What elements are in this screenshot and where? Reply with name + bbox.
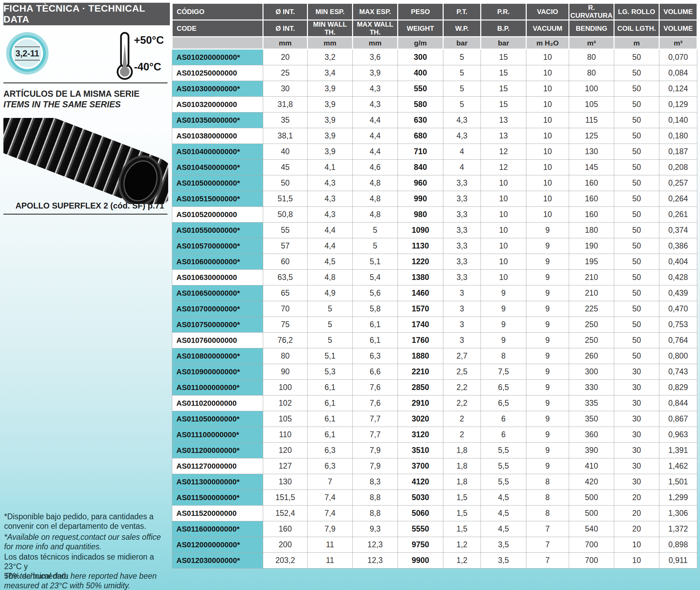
cell-inner-diameter: 90 <box>263 364 308 380</box>
cell-max-wall-thickness: 4,8 <box>353 191 398 207</box>
cell-coil-length: 50 <box>614 65 659 81</box>
cell-coil-length: 50 <box>614 285 659 301</box>
cell-vacuum: 9 <box>526 285 569 301</box>
cell-burst-pressure: 12 <box>481 144 526 160</box>
header-row-en: CODE Ø INT. MIN WALL TH. MAX WALL TH. WE… <box>172 20 697 37</box>
cell-vacuum: 9 <box>526 270 569 285</box>
cell-inner-diameter: 35 <box>263 112 308 128</box>
cell-volume: 0,070 <box>659 49 697 65</box>
header-pt: P.T. <box>443 3 481 20</box>
table-row: AS010300000000*303,94,355051510100500,12… <box>172 81 697 97</box>
cell-burst-pressure: 15 <box>481 97 526 112</box>
product-code-cell: AS010400000000* <box>172 144 263 160</box>
cell-bending-radius: 335 <box>569 395 614 411</box>
cell-max-wall-thickness: 4,6 <box>353 160 398 175</box>
cell-vacuum: 9 <box>526 364 569 380</box>
table-row: AS01052000000050,84,34,89803,31010160500… <box>172 207 697 223</box>
unit-code <box>172 37 263 49</box>
badge-ring: 3,2-11 <box>9 35 46 72</box>
cell-inner-diameter: 63,5 <box>263 270 308 285</box>
cell-vacuum: 8 <box>526 490 569 506</box>
same-series-title-es: ARTÍCULOS DE LA MISMA SERIE <box>3 89 139 99</box>
cell-volume: 0,867 <box>659 411 697 427</box>
cell-vacuum: 9 <box>526 411 569 427</box>
product-code-cell: AS010200000000* <box>172 49 263 65</box>
cell-bending-radius: 160 <box>569 175 614 191</box>
cell-max-wall-thickness: 6,6 <box>353 364 398 380</box>
cell-bending-radius: 210 <box>569 270 614 285</box>
cell-min-wall-thickness: 7,9 <box>308 521 353 537</box>
cell-burst-pressure: 6,5 <box>481 395 526 411</box>
cell-min-wall-thickness: 6,1 <box>308 395 353 411</box>
header-o-int-es: Ø INT. <box>263 3 308 20</box>
cell-coil-length: 30 <box>614 458 659 474</box>
product-code-cell: AS010520000000 <box>172 207 263 223</box>
cell-volume: 1,462 <box>659 458 697 474</box>
cell-bending-radius: 540 <box>569 521 614 537</box>
cell-weight: 2210 <box>398 364 443 380</box>
table-row: AS011520000000152,47,48,850601,54,585002… <box>172 506 697 521</box>
cell-bending-radius: 160 <box>569 207 614 223</box>
cell-volume: 1,372 <box>659 521 697 537</box>
table-row: AS0112700000001276,37,937001,85,59410301… <box>172 458 697 474</box>
cell-bending-radius: 250 <box>569 333 614 348</box>
cell-weight: 1090 <box>398 223 443 238</box>
cell-weight: 5060 <box>398 506 443 521</box>
cell-vacuum: 7 <box>526 521 569 537</box>
cell-min-wall-thickness: 11 <box>308 537 353 553</box>
cell-max-wall-thickness: 5 <box>353 238 398 254</box>
cell-vacuum: 9 <box>526 395 569 411</box>
cell-vacuum: 9 <box>526 443 569 458</box>
cell-min-wall-thickness: 3,9 <box>308 81 353 97</box>
cell-min-wall-thickness: 7,4 <box>308 490 353 506</box>
cell-volume: 0,404 <box>659 254 697 270</box>
cell-weight: 3020 <box>398 411 443 427</box>
cell-working-pressure: 2 <box>443 427 481 443</box>
cell-coil-length: 50 <box>614 128 659 144</box>
cell-max-wall-thickness: 7,7 <box>353 427 398 443</box>
product-code-cell: AS010450000000* <box>172 160 263 175</box>
table-row: AS0110200000001026,17,629102,26,59335300… <box>172 395 697 411</box>
cell-inner-diameter: 60 <box>263 254 308 270</box>
cell-bending-radius: 80 <box>569 49 614 65</box>
cell-inner-diameter: 45 <box>263 160 308 175</box>
cell-burst-pressure: 9 <box>481 301 526 317</box>
units-row: mm mm mm g/m bar bar m H₂O m³ m m³ <box>172 37 697 49</box>
table-row: AS010450000000*454,14,684041210145500,20… <box>172 160 697 175</box>
cell-volume: 0,753 <box>659 317 697 333</box>
cell-volume: 0,264 <box>659 191 697 207</box>
header-vacuum: VACUUM <box>526 20 569 37</box>
cell-coil-length: 30 <box>614 380 659 395</box>
table-row: AS010250000000253,43,94005151080500,084 <box>172 65 697 81</box>
cell-burst-pressure: 13 <box>481 112 526 128</box>
cell-working-pressure: 5 <box>443 81 481 97</box>
cell-volume: 0,084 <box>659 65 697 81</box>
cell-working-pressure: 3 <box>443 301 481 317</box>
product-code-cell: AS010700000000* <box>172 301 263 317</box>
cell-max-wall-thickness: 6,3 <box>353 348 398 364</box>
cell-vacuum: 9 <box>526 301 569 317</box>
page-title: FICHA TÈCNICA · TECHNICAL DATA <box>3 3 170 25</box>
cell-bending-radius: 420 <box>569 474 614 490</box>
cell-coil-length: 50 <box>614 112 659 128</box>
cell-working-pressure: 5 <box>443 65 481 81</box>
cell-inner-diameter: 120 <box>263 443 308 458</box>
cell-min-wall-thickness: 4,5 <box>308 254 353 270</box>
cell-weight: 680 <box>398 128 443 144</box>
cell-volume: 0,963 <box>659 427 697 443</box>
cell-min-wall-thickness: 6,3 <box>308 443 353 458</box>
cell-burst-pressure: 10 <box>481 254 526 270</box>
cell-burst-pressure: 8 <box>481 348 526 364</box>
table-row: AS01076000000076,256,11760399250500,764 <box>172 333 697 348</box>
cell-bending-radius: 360 <box>569 427 614 443</box>
cell-coil-length: 50 <box>614 97 659 112</box>
cell-coil-length: 30 <box>614 364 659 380</box>
cell-inner-diameter: 105 <box>263 411 308 427</box>
table-row: AS010500000000*504,34,89603,31010160500,… <box>172 175 697 191</box>
cell-max-wall-thickness: 4,3 <box>353 97 398 112</box>
cell-weight: 1880 <box>398 348 443 364</box>
cell-weight: 3120 <box>398 427 443 443</box>
table-row: AS010700000000*7055,81570399225500,470 <box>172 301 697 317</box>
cell-inner-diameter: 50,8 <box>263 207 308 223</box>
cell-coil-length: 50 <box>614 223 659 238</box>
